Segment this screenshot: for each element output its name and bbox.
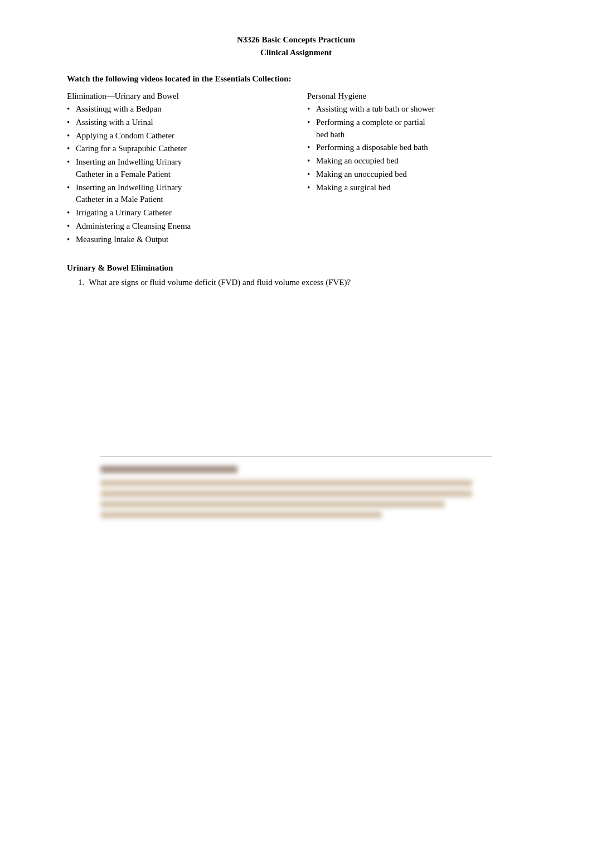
blurred-line-1 — [100, 480, 472, 486]
title-section: N3326 Basic Concepts Practicum Clinical … — [67, 33, 525, 59]
question-1: 1. What are signs or fluid volume defici… — [78, 276, 525, 289]
list-item: Irrigating a Urinary Catheter — [67, 207, 285, 219]
left-column-heading: Elimination—Urinary and Bowel — [67, 91, 285, 101]
right-column-heading: Personal Hygiene — [307, 91, 525, 101]
page: N3326 Basic Concepts Practicum Clinical … — [0, 0, 592, 868]
blurred-line-2 — [100, 490, 472, 497]
list-item: Making an unoccupied bed — [307, 168, 525, 181]
list-item: Applying a Condom Catheter — [67, 130, 285, 142]
list-item: Performing a disposable bed bath — [307, 142, 525, 154]
list-item: Assisting with a Urinal — [67, 117, 285, 129]
left-column: Elimination—Urinary and Bowel Assistinqg… — [67, 91, 285, 247]
list-item: Administering a Cleansing Enema — [67, 220, 285, 233]
videos-section: Watch the following videos located in th… — [67, 74, 525, 247]
videos-heading: Watch the following videos located in th… — [67, 74, 525, 84]
urinary-section-heading: Urinary & Bowel Elimination — [67, 263, 525, 273]
left-bullet-list: Assistinqg with a Bedpan Assisting with … — [67, 103, 285, 245]
question-number: 1. — [78, 276, 84, 289]
list-item: Inserting an Indwelling UrinaryCatheter … — [67, 182, 285, 206]
blurred-line-4 — [100, 512, 382, 518]
list-item: Making a surgical bed — [307, 182, 525, 194]
list-item: Performing a complete or partialbed bath — [307, 117, 525, 141]
two-columns: Elimination—Urinary and Bowel Assistinqg… — [67, 91, 525, 247]
list-item: Measuring Intake & Output — [67, 234, 285, 246]
title-line-2: Clinical Assignment — [67, 46, 525, 59]
list-item: Assisting with a tub bath or shower — [307, 103, 525, 115]
blurred-section — [100, 456, 492, 518]
right-bullet-list: Assisting with a tub bath or shower Perf… — [307, 103, 525, 194]
urinary-section: Urinary & Bowel Elimination 1. What are … — [67, 263, 525, 289]
list-item: Assistinqg with a Bedpan — [67, 103, 285, 115]
question-text: What are signs or fluid volume deficit (… — [89, 276, 351, 289]
blurred-line-3 — [100, 501, 445, 508]
title-line-1: N3326 Basic Concepts Practicum — [67, 33, 525, 46]
list-item: Inserting an Indwelling UrinaryCatheter … — [67, 156, 285, 181]
right-column: Personal Hygiene Assisting with a tub ba… — [307, 91, 525, 247]
blurred-content — [100, 466, 492, 518]
list-item: Caring for a Suprapubic Catheter — [67, 143, 285, 155]
list-item: Making an occupied bed — [307, 155, 525, 167]
blurred-label — [100, 466, 237, 473]
